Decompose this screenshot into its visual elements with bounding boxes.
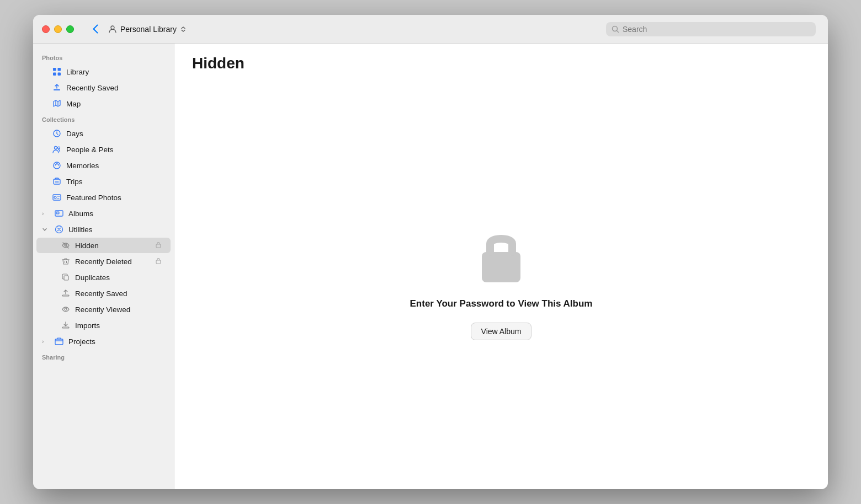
duplicates-label: Duplicates xyxy=(75,274,110,282)
sidebar-item-imports[interactable]: Imports xyxy=(36,318,171,333)
grid-icon xyxy=(52,67,62,77)
main-area: Photos Library xyxy=(33,44,828,489)
svg-rect-6 xyxy=(54,89,60,90)
clock-circle-icon xyxy=(52,128,62,138)
sidebar-item-albums[interactable]: › Albums xyxy=(36,206,171,221)
section-label-collections: Collections xyxy=(33,112,174,125)
trips-label: Trips xyxy=(66,178,83,186)
maximize-button[interactable] xyxy=(66,25,74,33)
locked-content: Enter Your Password to View This Album V… xyxy=(377,78,626,489)
back-button[interactable] xyxy=(88,22,103,36)
duplicate-icon xyxy=(61,272,71,282)
back-icon xyxy=(93,24,98,34)
content-area: Hidden Enter Your Password to View This … xyxy=(174,44,828,489)
utilities-icon xyxy=(54,224,64,234)
person-icon xyxy=(108,25,117,34)
svg-rect-5 xyxy=(58,73,61,76)
section-label-photos: Photos xyxy=(33,50,174,63)
page-title: Hidden xyxy=(192,55,810,72)
imports-label: Imports xyxy=(75,321,100,330)
sidebar-item-recently-deleted[interactable]: Recently Deleted xyxy=(36,254,171,269)
recently-deleted-lock-badge xyxy=(155,257,162,266)
sidebar-item-recently-saved-sub[interactable]: Recently Saved xyxy=(36,286,171,301)
svg-point-10 xyxy=(54,162,60,169)
featured-photos-label: Featured Photos xyxy=(66,194,121,202)
library-label: Personal Library xyxy=(120,25,177,34)
chevron-updown-icon xyxy=(180,26,187,33)
search-bar[interactable] xyxy=(606,22,816,36)
svg-point-9 xyxy=(58,147,60,149)
library-selector[interactable]: Personal Library xyxy=(103,23,192,36)
search-input[interactable] xyxy=(623,25,810,34)
days-label: Days xyxy=(66,130,83,138)
albums-icon xyxy=(54,208,64,218)
memories-label: Memories xyxy=(66,162,99,170)
recently-saved-sub-label: Recently Saved xyxy=(75,289,127,298)
svg-rect-24 xyxy=(62,327,69,328)
search-icon xyxy=(612,25,619,33)
upload-icon-sub xyxy=(61,288,71,298)
sidebar-item-recently-saved-top[interactable]: Recently Saved xyxy=(36,80,171,95)
utilities-toggle-icon xyxy=(42,227,50,232)
people-icon xyxy=(52,144,62,154)
featured-photos-icon xyxy=(52,192,62,202)
svg-point-13 xyxy=(54,196,56,199)
sidebar-item-featured-photos[interactable]: Featured Photos xyxy=(36,190,171,205)
section-label-sharing: Sharing xyxy=(33,350,174,363)
traffic-lights xyxy=(33,25,83,33)
svg-rect-20 xyxy=(156,260,161,264)
eye-icon xyxy=(61,304,71,314)
app-window: Personal Library Photos xyxy=(33,15,828,489)
lock-icon-container: Enter Your Password to View This Album V… xyxy=(410,227,593,340)
sidebar-item-library[interactable]: Library xyxy=(36,64,171,79)
sidebar: Photos Library xyxy=(33,44,174,489)
svg-rect-2 xyxy=(53,68,56,71)
sidebar-item-utilities-toggle[interactable]: Utilities xyxy=(36,222,171,237)
upload-icon-top xyxy=(52,83,62,93)
svg-rect-26 xyxy=(482,252,520,282)
svg-rect-21 xyxy=(64,276,68,280)
view-album-button[interactable]: View Album xyxy=(471,323,532,340)
svg-point-0 xyxy=(111,26,114,29)
titlebar: Personal Library xyxy=(33,15,828,44)
map-icon xyxy=(52,99,62,109)
svg-rect-15 xyxy=(56,212,59,214)
import-icon xyxy=(61,320,71,330)
recently-viewed-label: Recently Viewed xyxy=(75,305,130,314)
memories-icon xyxy=(52,160,62,170)
lock-illustration xyxy=(476,227,526,285)
sidebar-item-days[interactable]: Days xyxy=(36,126,171,141)
svg-point-8 xyxy=(55,147,57,149)
svg-rect-22 xyxy=(62,295,69,296)
sidebar-item-memories[interactable]: Memories xyxy=(36,158,171,173)
svg-point-23 xyxy=(65,308,67,310)
recently-saved-top-label: Recently Saved xyxy=(66,84,119,92)
titlebar-nav: Personal Library xyxy=(83,22,828,36)
sidebar-item-hidden[interactable]: Hidden xyxy=(36,238,171,253)
projects-label: Projects xyxy=(68,337,95,346)
sidebar-item-duplicates[interactable]: Duplicates xyxy=(36,270,171,285)
sidebar-item-people-pets[interactable]: People & Pets xyxy=(36,142,171,157)
close-button[interactable] xyxy=(42,25,50,33)
hidden-label: Hidden xyxy=(75,242,99,250)
locked-message: Enter Your Password to View This Album xyxy=(410,298,593,309)
minimize-button[interactable] xyxy=(54,25,62,33)
eye-slash-icon xyxy=(61,240,71,250)
people-pets-label: People & Pets xyxy=(66,146,114,154)
map-label: Map xyxy=(66,100,81,108)
albums-label: Albums xyxy=(68,210,93,218)
svg-rect-3 xyxy=(58,68,61,71)
library-item-label: Library xyxy=(66,68,89,76)
projects-toggle-icon: › xyxy=(42,339,50,345)
projects-icon xyxy=(54,336,64,346)
sidebar-item-projects[interactable]: › Projects xyxy=(36,334,171,349)
sidebar-item-map[interactable]: Map xyxy=(36,96,171,111)
albums-toggle-icon: › xyxy=(42,211,50,217)
trips-icon xyxy=(52,176,62,186)
trash-icon xyxy=(61,256,71,266)
sidebar-item-recently-viewed[interactable]: Recently Viewed xyxy=(36,302,171,317)
sidebar-item-trips[interactable]: Trips xyxy=(36,174,171,189)
hidden-lock-badge xyxy=(155,241,162,250)
content-header: Hidden xyxy=(174,44,828,78)
svg-rect-25 xyxy=(55,339,63,345)
